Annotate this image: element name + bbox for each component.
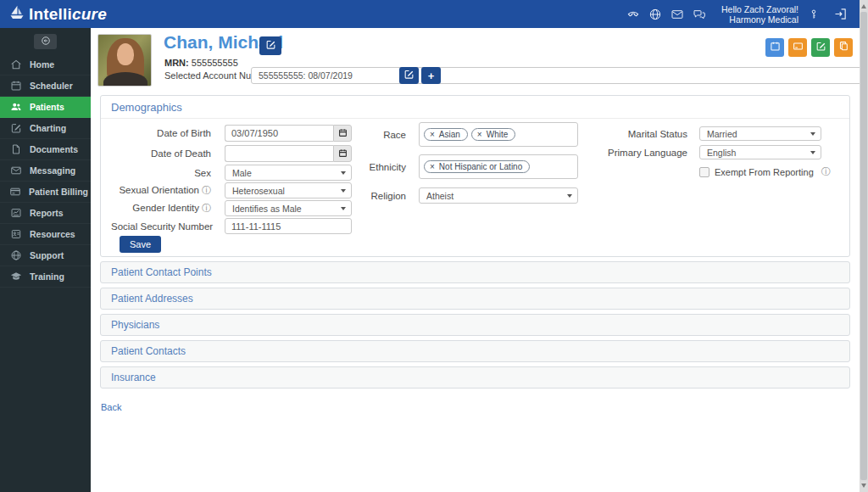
section-patient-contacts[interactable]: Patient Contacts	[100, 340, 850, 362]
mrn-label: MRN:	[164, 58, 189, 68]
document-icon	[9, 143, 22, 156]
edit-account-button[interactable]	[399, 67, 419, 84]
id-card-icon	[9, 228, 22, 241]
primary-language-label: Primary Language	[576, 148, 687, 158]
appointments-button[interactable]	[765, 38, 784, 57]
mrn-value: 555555555	[192, 58, 238, 68]
gender-identity-label: Gender Identityⓘ	[111, 202, 211, 215]
sidebar-item-messaging[interactable]: Messaging	[0, 160, 91, 182]
section-patient-addresses[interactable]: Patient Addresses	[100, 288, 850, 310]
back-link[interactable]: Back	[101, 402, 121, 412]
sidebar-item-reports[interactable]: Reports	[0, 203, 91, 224]
exempt-from-reporting-label: Exempt From Reporting	[715, 167, 814, 177]
add-account-button[interactable]: +	[421, 67, 441, 84]
exempt-from-reporting-checkbox[interactable]	[699, 167, 709, 177]
sidebar-item-documents[interactable]: Documents	[0, 139, 91, 160]
main-content: Chan, Michael MRN: 555555555 Selected Ac…	[91, 28, 860, 492]
sidebar-item-home[interactable]: Home	[0, 54, 91, 75]
mrn-line: MRN: 555555555	[164, 58, 238, 68]
calendar-icon	[9, 80, 22, 92]
patient-photo	[97, 34, 152, 87]
caret-down-icon	[567, 194, 572, 198]
marital-status-select[interactable]: Married	[699, 126, 821, 141]
demographics-panel: Demographics Date of Birth Date of Death…	[100, 95, 850, 257]
page-scrollbar[interactable]	[860, 0, 868, 492]
sidebar-item-patient-billing[interactable]: Patient Billing	[0, 182, 91, 203]
greeting-line: Hello Zach Zavoral!	[721, 4, 798, 14]
edit-patient-name-button[interactable]	[259, 36, 281, 55]
caret-down-icon	[810, 151, 815, 154]
race-multiselect[interactable]: ×Asian ×White	[419, 122, 578, 147]
home-icon	[9, 59, 22, 71]
practice-name: Harmony Medical	[721, 14, 798, 25]
race-tag[interactable]: ×Asian	[424, 128, 468, 141]
religion-label: Religion	[313, 191, 406, 201]
collapse-sidebar-button[interactable]	[34, 34, 57, 49]
race-tag[interactable]: ×White	[471, 128, 515, 141]
billing-button[interactable]	[788, 38, 807, 57]
sidebar-item-support[interactable]: Support	[0, 245, 91, 266]
sidebar-item-charting[interactable]: Charting	[0, 118, 91, 139]
photo-body	[103, 72, 147, 87]
graduation-cap-icon	[9, 271, 22, 283]
patients-icon	[9, 101, 22, 114]
globe-icon[interactable]	[648, 7, 663, 21]
ssn-input[interactable]	[225, 218, 352, 234]
edit-pencil-icon	[265, 39, 276, 53]
envelope-icon	[9, 165, 22, 177]
top-navbar: Intellicure Hello Zach Zavoral! Harmony …	[0, 0, 860, 28]
sexual-orientation-label: Sexual Orientationⓘ	[111, 184, 211, 197]
dob-label: Date of Birth	[111, 128, 211, 138]
logout-icon[interactable]	[833, 7, 848, 21]
sidebar-item-training[interactable]: Training	[0, 266, 91, 288]
info-icon[interactable]: ⓘ	[202, 185, 211, 195]
phone-icon[interactable]	[626, 7, 641, 21]
ethnicity-tag[interactable]: ×Not Hispanic or Latino	[424, 160, 530, 173]
section-physicians[interactable]: Physicians	[100, 314, 850, 336]
key-icon[interactable]	[806, 7, 821, 21]
edit-pencil-icon	[403, 69, 415, 82]
scrollbar-down-arrow[interactable]	[861, 484, 866, 488]
scrollbar-up-arrow[interactable]	[861, 4, 866, 8]
remove-tag-icon[interactable]: ×	[477, 131, 482, 139]
scrollbar-thumb[interactable]	[860, 12, 867, 480]
sidebar-item-resources[interactable]: Resources	[0, 224, 91, 245]
section-patient-contact-points[interactable]: Patient Contact Points	[100, 261, 850, 283]
edit-pencil-icon	[815, 41, 826, 54]
mail-icon[interactable]	[670, 7, 685, 21]
primary-language-select[interactable]: English	[699, 145, 821, 159]
caret-down-icon	[341, 207, 346, 210]
religion-select[interactable]: Atheist	[419, 187, 578, 204]
save-button[interactable]: Save	[120, 236, 161, 253]
remove-tag-icon[interactable]: ×	[430, 131, 435, 139]
brand-name: Intellicure	[29, 5, 107, 24]
ssn-label: Social Security Number	[111, 221, 211, 232]
marital-status-label: Marital Status	[576, 129, 687, 139]
charting-button[interactable]	[811, 38, 830, 57]
demographics-header[interactable]: Demographics	[101, 96, 849, 119]
globe-icon	[9, 249, 22, 262]
sidebar-item-patients[interactable]: Patients	[0, 97, 91, 118]
demographics-body: Date of Birth Date of Death Sex Male Sex…	[101, 119, 849, 256]
dod-label: Date of Death	[111, 148, 211, 159]
brand-logo[interactable]: Intellicure	[0, 4, 107, 25]
sidebar-nav: Home Scheduler Patients Charting Documen…	[0, 54, 91, 288]
user-greeting: Hello Zach Zavoral! Harmony Medical	[721, 4, 798, 25]
info-icon[interactable]: ⓘ	[821, 165, 831, 178]
calendar-icon	[770, 41, 781, 54]
chat-icon[interactable]	[693, 7, 707, 21]
section-insurance[interactable]: Insurance	[100, 366, 850, 389]
info-icon[interactable]: ⓘ	[202, 203, 211, 213]
account-number-select[interactable]: 555555555: 08/07/2019	[251, 67, 868, 84]
charting-icon	[9, 122, 22, 135]
race-label: Race	[313, 130, 406, 140]
ethnicity-multiselect[interactable]: ×Not Hispanic or Latino	[419, 154, 578, 179]
report-chart-icon	[9, 207, 22, 220]
photo-face	[117, 43, 134, 65]
collapse-sidebar-icon	[41, 34, 51, 49]
copy-documents-button[interactable]	[834, 38, 853, 57]
sidebar-item-scheduler[interactable]: Scheduler	[0, 75, 91, 97]
remove-tag-icon[interactable]: ×	[430, 163, 435, 171]
sailboat-logo-icon	[8, 4, 25, 25]
credit-card-icon	[9, 186, 21, 198]
